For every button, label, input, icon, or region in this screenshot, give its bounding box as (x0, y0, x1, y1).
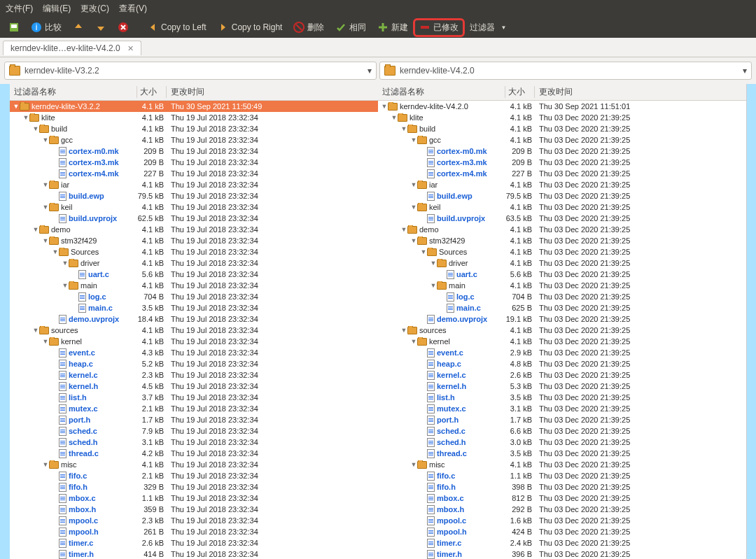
tree-row[interactable]: ▼main4.1 kBThu 19 Jul 2018 23:32:34 (10, 280, 378, 291)
tree-row[interactable]: ▼misc4.1 kBThu 03 Dec 2020 21:39:25 (378, 459, 746, 470)
tree-row[interactable]: mpool.h424 BThu 03 Dec 2020 21:39:25 (378, 526, 746, 537)
tree-row[interactable]: ▼stm32f4294.1 kBThu 03 Dec 2020 21:39:25 (378, 235, 746, 246)
tree-row[interactable]: list.h3.5 kBThu 03 Dec 2020 21:39:25 (378, 392, 746, 403)
expand-icon[interactable]: ▼ (62, 282, 69, 289)
expand-icon[interactable]: ▼ (32, 125, 39, 132)
tree-row[interactable]: ▼stm32f4294.1 kBThu 19 Jul 2018 23:32:34 (10, 235, 378, 246)
tree-row[interactable]: heap.c5.2 kBThu 19 Jul 2018 23:32:34 (10, 358, 378, 369)
col-name[interactable]: 过滤器名称 (10, 86, 137, 98)
tree-row[interactable]: ▼main4.1 kBThu 03 Dec 2020 21:39:25 (378, 280, 746, 291)
copy-left-button[interactable]: Copy to Left (143, 20, 211, 34)
left-tree[interactable]: 过滤器名称 大小 更改时间 ▼kerndev-klite-V3.2.24.1 k… (10, 84, 378, 559)
tree-row[interactable]: list.h3.7 kBThu 19 Jul 2018 23:32:34 (10, 392, 378, 403)
tree-row[interactable]: build.uvprojx62.5 kBThu 19 Jul 2018 23:3… (10, 213, 378, 224)
expand-icon[interactable]: ▼ (42, 461, 49, 468)
menu-file[interactable]: 文件(F) (6, 3, 33, 15)
right-path-combo[interactable]: kerndev-klite-V4.2.0 ▾ (379, 62, 752, 80)
tree-row[interactable]: kernel.h5.3 kBThu 03 Dec 2020 21:39:25 (378, 381, 746, 392)
menu-changes[interactable]: 更改(C) (80, 3, 109, 15)
expand-icon[interactable]: ▼ (32, 327, 39, 334)
tree-row[interactable]: ▼keil4.1 kBThu 19 Jul 2018 23:32:34 (10, 201, 378, 213)
copy-right-button[interactable]: Copy to Right (214, 20, 287, 34)
col-date[interactable]: 更改时间 (535, 86, 746, 98)
right-tree[interactable]: 过滤器名称 大小 更改时间 ▼kerndev-klite-V4.2.04.1 k… (378, 84, 746, 559)
tree-row[interactable]: uart.c5.6 kBThu 03 Dec 2020 21:39:25 (378, 269, 746, 280)
tree-row[interactable]: cortex-m3.mk209 BThu 03 Dec 2020 21:39:2… (378, 157, 746, 168)
expand-icon[interactable]: ▼ (430, 260, 437, 267)
expand-icon[interactable]: ▼ (410, 181, 417, 188)
tree-row[interactable]: kernel.c2.6 kBThu 03 Dec 2020 21:39:25 (378, 369, 746, 381)
tree-row[interactable]: ▼driver4.1 kBThu 19 Jul 2018 23:32:34 (10, 257, 378, 269)
tree-row[interactable]: ▼klite4.1 kBThu 03 Dec 2020 21:39:25 (378, 112, 746, 123)
menu-edit[interactable]: 编辑(E) (43, 3, 71, 15)
tree-row[interactable]: ▼kerndev-klite-V4.2.04.1 kBThu 30 Sep 20… (378, 101, 746, 112)
filters-button[interactable]: 过滤器▼ (465, 20, 510, 35)
tree-row[interactable]: build.uvprojx63.5 kBThu 03 Dec 2020 21:3… (378, 213, 746, 224)
tree-row[interactable]: fifo.c1.1 kBThu 03 Dec 2020 21:39:25 (378, 470, 746, 481)
close-icon[interactable]: ✕ (127, 44, 134, 53)
tree-row[interactable]: main.c625 BThu 03 Dec 2020 21:39:25 (378, 302, 746, 313)
stop-button[interactable] (113, 20, 133, 34)
tree-row[interactable]: ▼Sources4.1 kBThu 03 Dec 2020 21:39:25 (378, 246, 746, 257)
expand-icon[interactable]: ▼ (400, 125, 407, 132)
tree-row[interactable]: main.c3.5 kBThu 19 Jul 2018 23:32:34 (10, 302, 378, 313)
expand-icon[interactable]: ▼ (62, 260, 69, 267)
col-size[interactable]: 大小 (137, 86, 167, 98)
tree-row[interactable]: mpool.c1.6 kBThu 03 Dec 2020 21:39:25 (378, 515, 746, 526)
tree-row[interactable]: ▼keil4.1 kBThu 03 Dec 2020 21:39:25 (378, 201, 746, 213)
tree-row[interactable]: ▼build4.1 kBThu 03 Dec 2020 21:39:25 (378, 123, 746, 134)
tree-row[interactable]: build.ewp79.5 kBThu 19 Jul 2018 23:32:34 (10, 190, 378, 201)
tree-row[interactable]: uart.c5.6 kBThu 19 Jul 2018 23:32:34 (10, 269, 378, 280)
expand-icon[interactable]: ▼ (22, 114, 29, 121)
expand-icon[interactable]: ▼ (381, 103, 388, 110)
tree-row[interactable]: ▼driver4.1 kBThu 03 Dec 2020 21:39:25 (378, 257, 746, 269)
tree-row[interactable]: demo.uvprojx19.1 kBThu 03 Dec 2020 21:39… (378, 313, 746, 325)
tree-row[interactable]: fifo.h398 BThu 03 Dec 2020 21:39:25 (378, 481, 746, 493)
expand-icon[interactable]: ▼ (430, 282, 437, 289)
expand-icon[interactable]: ▼ (410, 136, 417, 143)
new-button[interactable]: 新建 (373, 20, 412, 35)
tree-row[interactable]: mbox.h359 BThu 19 Jul 2018 23:32:34 (10, 504, 378, 515)
tree-row[interactable]: cortex-m4.mk227 BThu 03 Dec 2020 21:39:2… (378, 168, 746, 179)
tree-row[interactable]: ▼demo4.1 kBThu 03 Dec 2020 21:39:25 (378, 224, 746, 235)
tree-row[interactable]: mbox.c812 BThu 03 Dec 2020 21:39:25 (378, 493, 746, 504)
tree-row[interactable]: ▼misc4.1 kBThu 19 Jul 2018 23:32:34 (10, 459, 378, 470)
expand-icon[interactable]: ▼ (42, 136, 49, 143)
tree-row[interactable]: demo.uvprojx18.4 kBThu 19 Jul 2018 23:32… (10, 313, 378, 325)
tree-row[interactable]: ▼build4.1 kBThu 19 Jul 2018 23:32:34 (10, 123, 378, 134)
tree-row[interactable]: port.h1.7 kBThu 03 Dec 2020 21:39:25 (378, 414, 746, 425)
down-button[interactable] (91, 20, 111, 34)
tree-row[interactable]: sched.c7.9 kBThu 19 Jul 2018 23:32:34 (10, 425, 378, 437)
delete-button[interactable]: 删除 (289, 20, 328, 35)
tree-row[interactable]: sched.h3.1 kBThu 19 Jul 2018 23:32:34 (10, 437, 378, 448)
tree-row[interactable]: ▼kernel4.1 kBThu 03 Dec 2020 21:39:25 (378, 336, 746, 347)
tree-row[interactable]: ▼Sources4.1 kBThu 19 Jul 2018 23:32:34 (10, 246, 378, 257)
tree-row[interactable]: timer.c2.6 kBThu 19 Jul 2018 23:32:34 (10, 537, 378, 549)
tree-row[interactable]: kernel.h4.5 kBThu 19 Jul 2018 23:32:34 (10, 381, 378, 392)
expand-icon[interactable]: ▼ (400, 327, 407, 334)
tree-row[interactable]: sched.h3.0 kBThu 03 Dec 2020 21:39:25 (378, 437, 746, 448)
col-size[interactable]: 大小 (505, 86, 535, 98)
tree-row[interactable]: timer.h396 BThu 03 Dec 2020 21:39:25 (378, 549, 746, 559)
expand-icon[interactable]: ▼ (42, 204, 49, 211)
tree-row[interactable]: ▼demo4.1 kBThu 19 Jul 2018 23:32:34 (10, 224, 378, 235)
tree-row[interactable]: heap.c4.8 kBThu 03 Dec 2020 21:39:25 (378, 358, 746, 369)
expand-icon[interactable]: ▼ (410, 204, 417, 211)
expand-icon[interactable]: ▼ (13, 103, 20, 110)
tree-row[interactable]: ▼kerndev-klite-V3.2.24.1 kBThu 30 Sep 20… (10, 101, 378, 112)
tree-row[interactable]: mutex.c3.1 kBThu 03 Dec 2020 21:39:25 (378, 403, 746, 414)
left-path-combo[interactable]: kerndev-klite-V3.2.2 ▾ (4, 62, 377, 80)
tree-row[interactable]: timer.h414 BThu 19 Jul 2018 23:32:34 (10, 549, 378, 559)
tree-row[interactable]: fifo.c2.1 kBThu 19 Jul 2018 23:32:34 (10, 470, 378, 481)
col-name[interactable]: 过滤器名称 (378, 86, 505, 98)
same-button[interactable]: 相同 (331, 20, 370, 35)
tree-row[interactable]: cortex-m0.mk209 BThu 03 Dec 2020 21:39:2… (378, 146, 746, 157)
tree-row[interactable]: timer.c2.4 kBThu 03 Dec 2020 21:39:25 (378, 537, 746, 549)
expand-icon[interactable]: ▼ (42, 181, 49, 188)
tree-row[interactable]: event.c4.3 kBThu 19 Jul 2018 23:32:34 (10, 347, 378, 358)
tree-row[interactable]: ▼iar4.1 kBThu 03 Dec 2020 21:39:25 (378, 179, 746, 190)
expand-icon[interactable]: ▼ (32, 226, 39, 233)
expand-icon[interactable]: ▼ (410, 461, 417, 468)
col-date[interactable]: 更改时间 (167, 86, 378, 98)
tree-row[interactable]: cortex-m4.mk227 BThu 19 Jul 2018 23:32:3… (10, 168, 378, 179)
